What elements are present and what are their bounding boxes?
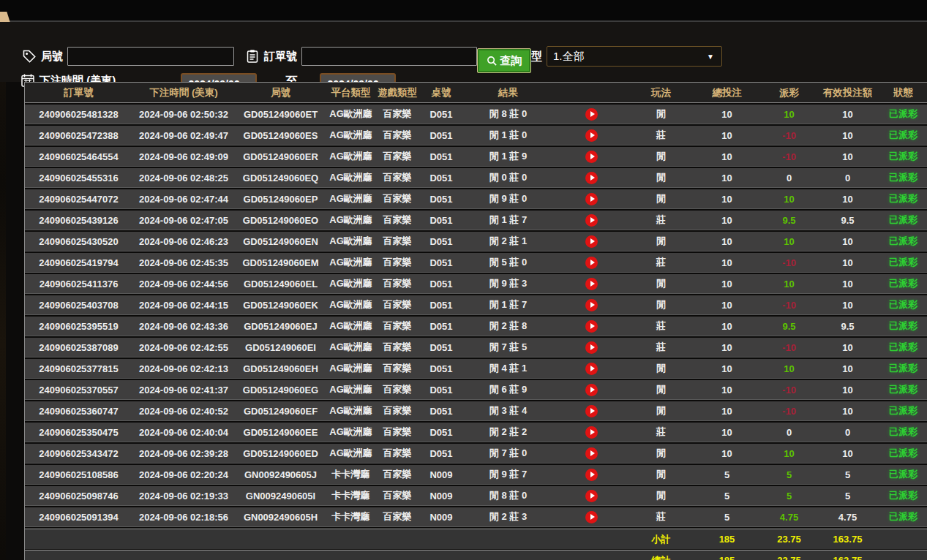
cell-status: 已派彩 [879,107,927,121]
cell-platform: AG歐洲廳 [326,362,375,375]
cell-result: 閒 2 莊 8 [463,319,553,333]
cell-game: 百家樂 [375,298,419,311]
play-video-icon[interactable] [585,384,598,396]
cell-total-bet: 10 [692,427,762,438]
search-icon [487,56,498,67]
cell-video [553,235,630,248]
cell-game: 百家樂 [375,235,419,248]
cell-video [553,320,630,333]
table-body: 2409060254813282024-09-06 02:50:32GD0512… [25,105,927,527]
cell-bet-time: 2024-09-06 02:49:47 [132,130,235,141]
cell-status: 已派彩 [879,447,927,460]
col-header-table: 桌號 [419,86,463,99]
col-header-bet: 玩法 [630,86,692,99]
cell-video [553,363,630,375]
cell-valid-bet: 9.5 [817,215,879,226]
search-button-label: 查詢 [500,54,522,68]
cell-valid-bet: 0 [817,173,879,183]
cell-bet-time: 2024-09-06 02:18:56 [132,512,235,523]
cell-bet-time: 2024-09-06 02:39:28 [132,448,235,459]
play-video-icon[interactable] [585,363,598,375]
play-video-icon[interactable] [585,405,598,417]
cell-status: 已派彩 [879,319,927,333]
play-video-icon[interactable] [585,108,598,121]
play-video-icon[interactable] [585,490,598,502]
play-video-icon[interactable] [585,299,598,311]
play-video-icon[interactable] [585,278,598,290]
cell-payout: 10 [762,363,817,374]
play-video-icon[interactable] [585,214,598,227]
subtotal-total: 185 [692,534,762,545]
cell-round: GD051249060ED [235,448,326,459]
play-video-icon[interactable] [585,426,598,439]
cell-payout: -10 [762,130,817,141]
play-video-icon[interactable] [585,469,598,481]
cell-result: 閒 1 莊 0 [463,129,553,142]
cell-bet-time: 2024-09-06 02:48:25 [132,173,235,183]
cell-platform: AG歐洲廳 [326,213,375,227]
cell-payout: 10 [762,236,817,247]
cell-valid-bet: 10 [817,406,879,417]
cell-valid-bet: 4.75 [817,512,879,523]
cell-platform: AG歐洲廳 [326,298,375,311]
cell-total-bet: 5 [692,512,762,523]
table-row: 2409060254305202024-09-06 02:46:23GD0512… [25,232,927,251]
round-number-input[interactable] [67,47,234,66]
play-video-icon[interactable] [585,511,598,523]
cell-table: D051 [419,406,463,417]
platform-type-select[interactable]: 1.全部 ▼ [547,46,722,67]
cell-payout: 10 [762,109,817,120]
cell-video [553,129,630,142]
order-filter-group: 訂單號 [245,47,477,66]
table-row: 2409060253705572024-09-06 02:41:37GD0512… [25,380,927,400]
cell-round: GD051249060EM [235,257,326,268]
cell-table: D051 [419,279,463,290]
play-video-icon[interactable] [585,235,598,248]
cell-bet-time: 2024-09-06 02:19:33 [132,491,235,502]
cell-bet-type: 莊 [630,213,692,227]
grand-total-total: 185 [692,555,762,560]
play-video-icon[interactable] [585,320,598,333]
cell-result: 閒 8 莊 0 [463,107,553,121]
table-row: 2409060253955192024-09-06 02:43:36GD0512… [25,317,927,336]
cell-table: N009 [419,512,463,523]
cell-payout: -10 [762,257,817,268]
search-button[interactable]: 查詢 [477,48,531,73]
play-video-icon[interactable] [585,193,598,205]
cell-platform: AG歐洲廳 [326,277,375,290]
cell-result: 閒 7 莊 5 [463,341,553,354]
cell-video [553,405,630,417]
cell-payout: 10 [762,194,817,205]
cell-total-bet: 10 [692,173,762,183]
cell-valid-bet: 10 [817,236,879,247]
play-video-icon[interactable] [585,447,598,460]
cell-order: 240906025108586 [25,469,132,480]
cell-round: GD051249060EI [235,342,326,353]
subtotal-valid: 163.75 [817,534,879,545]
cell-bet-type: 閒 [630,383,692,396]
cell-bet-type: 閒 [630,489,692,502]
play-video-icon[interactable] [585,151,598,163]
table-row: 2409060253504752024-09-06 02:40:04GD0512… [25,423,927,442]
cell-result: 閒 6 莊 9 [463,383,553,396]
cell-status: 已派彩 [879,129,927,142]
order-number-input[interactable] [301,47,477,66]
table-row: 2409060254470722024-09-06 02:47:44GD0512… [25,189,927,209]
cell-total-bet: 10 [692,342,762,353]
cell-status: 已派彩 [879,510,927,523]
cell-order: 240906025360747 [25,406,132,417]
cell-total-bet: 10 [692,151,762,162]
play-video-icon[interactable] [585,129,598,142]
chevron-down-icon: ▼ [707,53,714,61]
play-video-icon[interactable] [585,172,598,184]
col-header-platform: 平台類型 [326,86,375,99]
cell-round: GN0092490605I [235,491,326,502]
cell-payout: -10 [762,342,817,353]
cell-table: D051 [419,173,463,183]
play-video-icon[interactable] [585,341,598,354]
subtotal-row: 小計 185 23.75 163.75 [25,529,927,549]
cell-bet-type: 莊 [630,341,692,354]
table-row: 2409060251085862024-09-06 02:20:24GN0092… [25,465,927,485]
cell-bet-type: 閒 [630,277,692,290]
play-video-icon[interactable] [585,257,598,269]
